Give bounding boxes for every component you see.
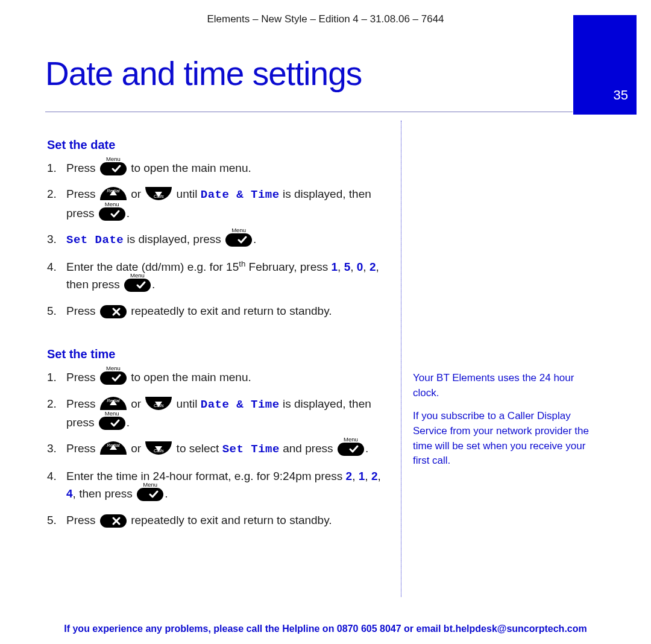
sidebar-notes: Your BT Elements uses the 24 hour clock.…	[413, 371, 594, 477]
digit: 2	[370, 260, 376, 273]
txt: or	[131, 188, 144, 200]
vertical-separator	[401, 121, 401, 597]
main-column: Set the date Press Menu to open the main…	[47, 136, 385, 554]
txt: ,	[350, 260, 357, 273]
txt: repeatedly to exit and return to standby…	[131, 305, 332, 317]
txt: ,	[363, 260, 370, 273]
title-rule	[45, 112, 573, 112]
menu-check-icon: Menu	[100, 371, 127, 385]
cancel-cross-icon	[100, 305, 127, 318]
txt: until	[177, 397, 201, 410]
lcd-text: Date & Time	[201, 398, 280, 411]
txt: repeatedly to exit and return to standby…	[131, 514, 332, 526]
down-calls-icon: Calls	[145, 397, 172, 410]
up-redial-icon: Redial	[100, 187, 127, 200]
step: Press Redial or Calls until Date & Time …	[47, 185, 385, 222]
txt: Enter the time in 24-hour format, e.g. f…	[66, 470, 346, 482]
txt: , then press	[73, 487, 136, 500]
txt: is displayed, press	[127, 233, 225, 245]
down-calls-icon: Calls	[145, 441, 172, 455]
up-redial-icon: Redial	[100, 441, 127, 455]
sidebar-note: Your BT Elements uses the 24 hour clock.	[413, 371, 594, 400]
icon-caption: Menu	[137, 482, 163, 488]
menu-check-icon: Menu	[99, 417, 125, 430]
heading-set-date: Set the date	[47, 136, 385, 154]
txt: .	[152, 278, 155, 291]
txt: to open the main menu.	[131, 162, 251, 174]
step: Press repeatedly to exit and return to s…	[47, 511, 385, 529]
txt: is displayed, then	[283, 188, 371, 200]
digit: 2	[346, 470, 353, 482]
txt: to open the main menu.	[131, 371, 251, 384]
menu-check-icon: Menu	[124, 279, 151, 292]
step: Press Redial or Calls to select Set Time…	[47, 440, 385, 458]
menu-check-icon: Menu	[100, 162, 127, 175]
txt: until	[177, 188, 201, 200]
lcd-text: Date & Time	[201, 188, 280, 201]
txt: February, press	[245, 260, 331, 273]
txt: ,	[338, 260, 344, 273]
step: Enter the date (dd/mm) e.g. for 15th Feb…	[47, 258, 385, 294]
lcd-text: Set Date	[66, 233, 124, 247]
steps-set-time: Press Menu to open the main menu. Press …	[47, 368, 385, 529]
txt: Press	[66, 305, 96, 317]
doc-header: Elements – New Style – Edition 4 – 31.08…	[0, 13, 651, 25]
txt: Press	[66, 371, 96, 384]
step: Set Date is displayed, press Menu .	[47, 230, 385, 249]
icon-caption: Menu	[338, 437, 364, 443]
step: Press Redial or Calls until Date & Time …	[47, 395, 385, 432]
up-redial-icon: Redial	[100, 397, 127, 410]
txt: th	[239, 259, 245, 268]
steps-set-date: Press Menu to open the main menu. Press …	[47, 159, 385, 320]
lcd-text: Set Time	[222, 443, 280, 456]
digit: 2	[371, 470, 378, 482]
txt: Enter the date (dd/mm) e.g. for 15	[66, 260, 239, 273]
sidebar-note: If you subscribe to a Caller Display Ser…	[413, 409, 594, 469]
digit: 1	[332, 260, 338, 273]
digit: 5	[344, 260, 351, 273]
txt: press	[66, 416, 94, 429]
txt: Press	[66, 442, 96, 455]
icon-caption: Menu	[99, 201, 125, 207]
step: Press Menu to open the main menu.	[47, 368, 385, 386]
txt: .	[165, 487, 168, 500]
txt: Press	[66, 188, 96, 200]
digit: 4	[66, 487, 73, 500]
icon-caption: Menu	[225, 227, 252, 233]
txt: ,	[377, 470, 380, 482]
txt: and press	[283, 442, 336, 455]
icon-caption: Menu	[100, 156, 127, 162]
txt: press	[66, 207, 94, 219]
down-calls-icon: Calls	[145, 187, 172, 200]
txt: .	[127, 416, 130, 429]
txt: .	[365, 442, 368, 455]
menu-check-icon: Menu	[225, 233, 252, 247]
txt: Press	[66, 397, 96, 410]
step: Press Menu to open the main menu.	[47, 159, 385, 177]
cancel-cross-icon	[100, 514, 127, 528]
icon-caption: Menu	[99, 411, 125, 417]
txt: ,	[352, 470, 359, 482]
txt: Press	[66, 514, 96, 526]
txt: .	[127, 207, 130, 219]
footer-help: If you experience any problems, please c…	[0, 623, 651, 634]
icon-caption: Menu	[100, 365, 127, 371]
icon-caption: Menu	[124, 273, 151, 279]
menu-check-icon: Menu	[338, 443, 364, 456]
txt: or	[131, 442, 144, 455]
heading-set-time: Set the time	[47, 345, 385, 364]
txt: .	[253, 233, 256, 245]
page-title: Date and time settings	[45, 54, 362, 93]
menu-check-icon: Menu	[137, 488, 163, 501]
page-number: 35	[614, 87, 628, 103]
step: Press repeatedly to exit and return to s…	[47, 302, 385, 320]
txt: or	[131, 397, 144, 410]
txt: ,	[365, 470, 371, 482]
txt: is displayed, then	[283, 397, 371, 410]
txt: to select	[177, 442, 222, 455]
step: Enter the time in 24-hour format, e.g. f…	[47, 467, 385, 503]
digit: 0	[357, 260, 363, 273]
txt: Press	[66, 162, 96, 174]
menu-check-icon: Menu	[99, 207, 125, 221]
digit: 1	[359, 470, 365, 482]
